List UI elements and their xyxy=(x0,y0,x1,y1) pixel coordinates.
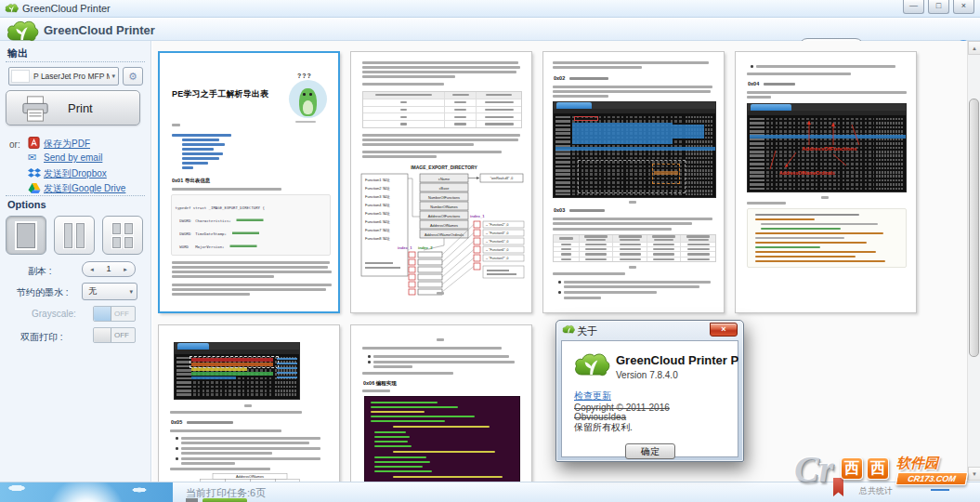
send-email-link[interactable]: Send by email xyxy=(44,152,102,163)
page-thumbnail-3[interactable]: 0x02 0x03 xyxy=(542,51,725,313)
copies-stepper[interactable]: ◄ 1 ► xyxy=(82,261,136,277)
caption-line xyxy=(629,201,636,204)
page-thumbnail-1[interactable]: PE学习之手工解析导出表 ??? 0x01 导出表信息 typ xyxy=(158,51,340,313)
table-cell xyxy=(613,258,647,261)
layout-1up-button[interactable] xyxy=(6,216,46,255)
diagram-label: Function8 地址 xyxy=(365,236,390,241)
window-title: GreenCloud Printer xyxy=(22,3,111,14)
diagram-label: Function6 地址 xyxy=(365,219,390,224)
code-line-bar xyxy=(755,242,867,244)
diagram-field: AddressOfNames xyxy=(430,224,458,228)
text-line xyxy=(585,253,607,255)
toggle-knob xyxy=(94,328,111,342)
text-line xyxy=(362,155,437,158)
text-line xyxy=(553,86,712,88)
stepper-increment-icon[interactable]: ► xyxy=(123,262,128,277)
printer-select[interactable]: P LaserJet Pro MFP M125-l ▾ xyxy=(8,67,119,86)
window-controls: — □ × xyxy=(903,0,974,14)
layout-4up-button[interactable] xyxy=(102,216,143,255)
table-row xyxy=(363,107,521,114)
check-update-link[interactable]: 检查更新 xyxy=(574,390,611,403)
minimize-button[interactable]: — xyxy=(903,0,924,14)
section-table xyxy=(553,234,716,262)
scrollbar-thumb[interactable] xyxy=(969,99,979,357)
section-heading: 0x02 xyxy=(554,75,565,81)
page-thumbnail-5[interactable]: 0x05 AddressOfNames index_1 RVA xyxy=(158,324,340,482)
close-button[interactable]: × xyxy=(953,0,974,14)
table-cell xyxy=(681,247,715,251)
preview-scrollbar[interactable]: ▲ ▼ xyxy=(967,41,980,482)
text-line xyxy=(620,244,641,245)
diagram-label: Function4 地址 xyxy=(365,203,390,207)
watermark: Cr 西 西 软件园 CR173.COM xyxy=(794,453,975,499)
save-pdf-link[interactable]: 保存为PDF xyxy=(44,138,90,151)
page-thumbnail-6[interactable]: 0x06 编程实现 xyxy=(350,324,532,482)
text-line xyxy=(620,248,641,250)
dino-figure xyxy=(299,88,317,116)
text-line xyxy=(400,123,407,125)
text-line xyxy=(553,218,712,220)
ink-saving-select[interactable]: 无 ▾ xyxy=(82,283,137,300)
text-line xyxy=(181,452,272,455)
duplex-toggle[interactable]: OFF xyxy=(93,327,136,343)
maximize-button[interactable]: □ xyxy=(928,0,949,14)
console-line xyxy=(374,470,432,472)
duplex-label: 双面打印 : xyxy=(20,331,63,344)
text-line xyxy=(747,96,771,99)
ok-button[interactable]: 确定 xyxy=(625,443,675,459)
hex-editor-screenshot xyxy=(553,101,716,198)
layout-2up-button[interactable] xyxy=(54,216,95,255)
text-line xyxy=(485,123,514,125)
text-line xyxy=(362,61,518,64)
diagram-field: cBase xyxy=(439,187,450,191)
about-dialog: 关于 × GreenCloud Printer P Version 7.8.4.… xyxy=(555,320,744,462)
text-line xyxy=(172,275,274,278)
text-line xyxy=(561,253,571,255)
section-heading: 0x01 导出表信息 xyxy=(172,177,210,184)
section-heading: 0x03 xyxy=(554,207,565,213)
text-line xyxy=(373,365,412,368)
text-line xyxy=(362,347,502,350)
code-line-bar xyxy=(755,232,883,234)
text-line xyxy=(553,272,625,275)
scroll-up-button[interactable]: ▲ xyxy=(968,41,980,55)
text-line xyxy=(170,411,302,414)
console-line xyxy=(374,456,426,458)
diagram-title: IMAGE_EXPORT_DIRECTORY xyxy=(411,165,477,170)
send-gdrive-link[interactable]: 发送到Google Drive xyxy=(44,182,125,195)
text-line xyxy=(619,235,642,237)
printer-settings-button[interactable]: ⚙ xyxy=(123,67,143,86)
heading-line xyxy=(187,421,233,424)
hex-editor-screenshot: AddressOfFunctions AddressOfNameOrdinals xyxy=(747,103,907,192)
text-line xyxy=(362,66,520,69)
table-cell xyxy=(580,252,614,256)
page1-title: PE学习之手工解析导出表 xyxy=(172,88,268,100)
section-heading: 0x04 xyxy=(748,81,759,86)
text-line xyxy=(553,66,642,69)
text-line xyxy=(687,248,710,250)
grayscale-state: OFF xyxy=(114,310,129,318)
dialog-close-button[interactable]: × xyxy=(710,323,738,337)
text-line xyxy=(485,116,514,118)
watermark-suffix: 软件园 xyxy=(896,455,938,472)
print-button[interactable]: Print xyxy=(6,90,140,126)
grayscale-label: Grayscale: xyxy=(32,309,76,319)
page-thumbnail-2[interactable]: IMAGE_EXPORT_DIRECTORY Function1 地址 Func… xyxy=(350,51,532,313)
caption-line xyxy=(821,196,829,199)
or-label: or: xyxy=(9,139,20,150)
text-line xyxy=(362,151,502,153)
diagram-label: Function1 地址 xyxy=(365,178,390,182)
toc-link-line xyxy=(182,152,223,155)
table-cell xyxy=(580,243,614,246)
table-cell xyxy=(647,247,682,251)
console-line xyxy=(374,441,408,443)
grayscale-toggle[interactable]: OFF xyxy=(93,306,136,322)
dialog-app-icon xyxy=(562,324,575,335)
dropbox-icon xyxy=(28,167,41,179)
page-thumbnail-4[interactable]: 0x04 xyxy=(735,51,917,313)
console-line xyxy=(371,402,438,403)
text-line xyxy=(172,288,326,291)
table-cell xyxy=(477,121,521,127)
stepper-decrement-icon[interactable]: ◄ xyxy=(89,262,95,277)
send-dropbox-link[interactable]: 发送到Dropbox xyxy=(44,167,107,180)
